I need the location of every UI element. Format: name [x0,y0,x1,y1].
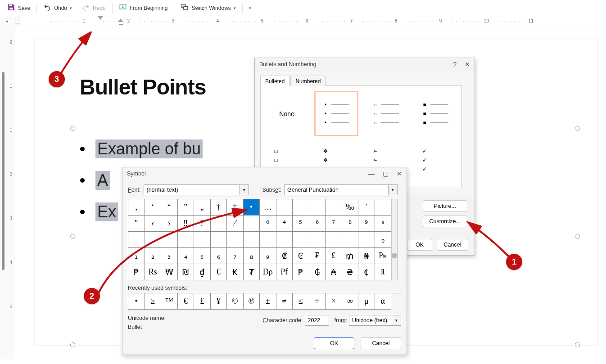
bullet-option[interactable]: ○ ○ ○ [365,92,407,135]
symbol-cell[interactable] [326,199,342,216]
chevron-down-icon[interactable]: ▾ [234,6,236,10]
symbol-cell[interactable]: „ [194,199,211,216]
resize-handle[interactable] [70,342,75,347]
symbol-cell[interactable]: ” [178,199,194,216]
symbol-cell[interactable]: ₡ [276,248,293,264]
minimize-icon[interactable]: — [368,170,375,177]
recent-symbol-cell[interactable]: × [326,293,342,310]
symbol-cell[interactable]: ₵ [358,264,375,280]
ruler-track[interactable]: 1234567891011 [20,16,606,26]
undo-button[interactable]: Undo ▾ [39,1,77,14]
bullet-option-none[interactable]: None [266,92,308,135]
symbol-cell[interactable]: ‘ [145,199,162,216]
resize-handle[interactable] [575,126,580,131]
symbol-cell[interactable]: ₁ [128,248,145,264]
symbol-cell[interactable]: … [260,199,276,216]
symbol-cell[interactable]: ‼ [178,216,194,232]
symbol-cell[interactable]: ₀ [375,232,392,248]
symbol-cell[interactable]: ₃ [161,248,178,264]
symbol-cell[interactable]: ₉ [260,248,276,264]
customize-button[interactable]: Customize... [423,216,467,227]
symbol-cell[interactable]: Rs [145,264,162,280]
chevron-down-icon[interactable]: ▾ [392,315,401,326]
symbol-cell[interactable] [227,232,244,248]
symbol-cell[interactable]: ₱ [293,264,309,280]
chevron-down-icon[interactable]: ▾ [70,6,72,10]
recent-symbol-cell[interactable]: ¥ [211,293,227,310]
ok-button[interactable]: OK [407,239,432,251]
symbol-cell[interactable]: • [244,199,260,216]
symbol-cell[interactable] [326,232,342,248]
resize-handle[interactable] [70,126,75,131]
symbol-cell[interactable]: , [128,199,145,216]
symbol-cell[interactable] [178,232,194,248]
save-button[interactable]: Save [3,1,35,14]
symbol-cell[interactable]: ‡ [227,199,244,216]
bullet-option[interactable]: ■ ■ ■ [415,92,456,135]
symbol-cell[interactable]: ₥ [342,248,359,264]
symbol-cell[interactable]: ₩ [161,264,178,280]
symbol-cell[interactable] [244,232,260,248]
symbol-cell[interactable]: € [211,264,227,280]
dialog-titlebar[interactable]: Symbol — ▢ ✕ [122,167,407,180]
symbol-cell[interactable]: ₳ [326,264,342,280]
symbol-cell[interactable] [161,232,178,248]
symbol-cell[interactable] [276,199,293,216]
redo-button[interactable]: Redo [77,1,110,14]
picture-button[interactable]: Picture... [423,200,467,212]
symbol-cell[interactable]: ″ [128,216,145,232]
chevron-down-icon[interactable]: ▾ [389,184,398,195]
from-combo[interactable]: ▾ [349,315,401,326]
bullet-option[interactable]: ✓ ✓ ✓ [415,139,456,181]
symbol-cell[interactable]: ‹ [145,216,162,232]
recent-symbol-cell[interactable]: ® [244,293,260,310]
symbol-cell[interactable]: ⁄ [227,216,244,232]
font-input[interactable] [144,184,240,195]
symbol-cell[interactable] [342,232,359,248]
vertical-scrollbar[interactable] [2,72,5,270]
symbol-cell[interactable]: ₤ [326,248,342,264]
recent-symbol-cell[interactable]: ≥ [145,293,162,310]
cancel-button[interactable]: Cancel [361,337,401,349]
symbol-cell[interactable]: ₱ [128,264,145,280]
recent-symbol-cell[interactable]: € [178,293,194,310]
symbol-cell[interactable]: ′ [358,199,375,216]
chevron-down-icon[interactable]: ▾ [240,184,249,195]
symbol-cell[interactable]: “ [161,199,178,216]
recent-symbol-cell[interactable]: μ [358,293,375,310]
symbol-cell[interactable]: ⁶ [309,216,326,232]
font-combo[interactable]: ▾ [144,184,249,195]
symbol-cell[interactable]: ₅ [194,248,211,264]
symbol-cell[interactable]: ₂ [145,248,162,264]
recent-symbol-cell[interactable]: ∞ [342,293,359,310]
symbol-cell[interactable] [211,216,227,232]
symbol-cell[interactable] [309,199,326,216]
symbol-cell[interactable]: ₧ [375,248,392,264]
symbol-cell[interactable]: ₫ [194,264,211,280]
symbol-cell[interactable]: ₲ [309,264,326,280]
symbol-cell[interactable] [293,199,309,216]
resize-handle[interactable] [70,234,75,239]
charcode-input[interactable] [305,315,329,326]
switch-windows-button[interactable]: Switch Windows ▾ [176,1,240,14]
cancel-button[interactable]: Cancel [437,239,468,251]
symbol-cell[interactable]: ₦ [358,248,375,264]
resize-handle[interactable] [575,342,580,347]
recent-symbol-cell[interactable]: ≤ [293,293,309,310]
symbol-cell[interactable]: ⁰ [260,216,276,232]
ok-button[interactable]: OK [314,337,354,349]
symbol-cell[interactable] [145,232,162,248]
symbol-cell[interactable]: ₮ [244,264,260,280]
recent-symbol-cell[interactable]: © [227,293,244,310]
tab-bulleted[interactable]: Bulleted [260,76,289,86]
symbol-cell[interactable] [293,232,309,248]
symbol-cell[interactable]: Dρ [260,264,276,280]
dialog-titlebar[interactable]: Bullets and Numbering ? ✕ [255,58,475,71]
recent-symbol-cell[interactable]: • [128,293,145,310]
close-icon[interactable]: ✕ [397,170,402,177]
symbol-cell[interactable]: ₴ [342,264,359,280]
symbol-cell[interactable]: ₇ [227,248,244,264]
symbol-scrollbar[interactable] [391,199,398,280]
symbol-cell[interactable]: ⁿ [375,216,392,232]
symbol-cell[interactable]: ⁷ [326,216,342,232]
